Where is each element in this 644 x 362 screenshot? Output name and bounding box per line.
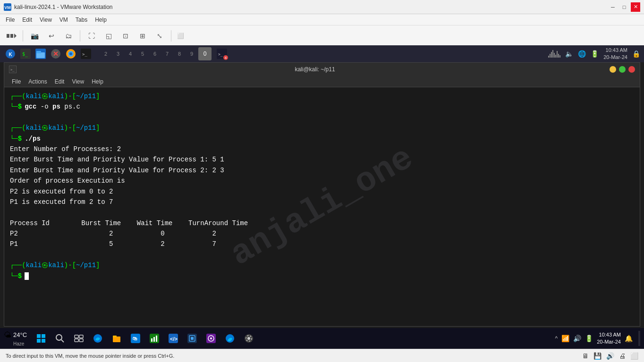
- terminal-menu-actions[interactable]: Actions: [25, 77, 51, 86]
- lock-icon[interactable]: 🔒: [632, 50, 640, 58]
- menu-vm[interactable]: VM: [56, 16, 72, 24]
- weather-condition: Haze: [13, 341, 24, 346]
- svg-rect-3: [10, 34, 13, 38]
- unity-button[interactable]: ◱: [101, 28, 116, 43]
- svg-rect-13: [36, 51, 41, 53]
- blank-3: [10, 250, 634, 260]
- terminal-menu-file[interactable]: File: [8, 77, 25, 86]
- edge2-icon[interactable]: [221, 330, 238, 347]
- clock-time: 10:43 AM: [603, 47, 627, 54]
- workspace-0-active[interactable]: 0: [198, 47, 212, 60]
- revert-button[interactable]: ↩: [44, 28, 59, 43]
- workspace-7[interactable]: 7: [161, 48, 173, 59]
- terminal-minimize-btn[interactable]: [610, 66, 616, 73]
- terminal-menu-help[interactable]: Help: [88, 77, 107, 86]
- menu-tabs[interactable]: Tabs: [72, 16, 91, 24]
- store-icon[interactable]: 🛍: [127, 330, 144, 347]
- status-icons: 🖥 💾 🔊 🖨 ⬜: [582, 352, 638, 360]
- virtualbox-icon[interactable]: [184, 330, 201, 347]
- terminal-window-icon: >_: [9, 66, 17, 73]
- svg-rect-34: [79, 339, 83, 342]
- close-window-button[interactable]: ✕: [631, 2, 640, 12]
- blank-2: [10, 207, 634, 218]
- workspace-numbers: 2 3 4 5 6 7 8 9 0: [100, 47, 212, 60]
- terminal-badge-icon[interactable]: >_ 4: [215, 47, 229, 60]
- preview-corner-icon[interactable]: [638, 331, 640, 346]
- svg-point-54: [247, 337, 250, 340]
- terminal-window-controls: [610, 66, 635, 73]
- menu-view[interactable]: View: [36, 16, 56, 24]
- svg-rect-26: [42, 334, 45, 338]
- kali-logo-icon[interactable]: K: [4, 47, 17, 60]
- settings-icon[interactable]: [240, 330, 257, 347]
- svg-text:VM: VM: [4, 5, 11, 10]
- output-order: Order of process Execution is: [10, 176, 634, 186]
- svg-rect-37: [113, 336, 117, 337]
- output-burst1: Enter Burst Time and Priority Value for …: [10, 154, 634, 165]
- power-button[interactable]: [4, 28, 19, 43]
- snapshot-manager-button[interactable]: 🗂: [61, 28, 76, 43]
- weather-widget[interactable]: 🌤 24°C Haze: [4, 331, 27, 346]
- status-bar: To direct input to this VM, move the mou…: [0, 349, 644, 362]
- vscode-icon[interactable]: </>: [165, 330, 182, 347]
- stretch-button[interactable]: ⤡: [152, 28, 167, 43]
- maximize-button[interactable]: □: [619, 2, 629, 12]
- snap-button[interactable]: 📷: [27, 28, 42, 43]
- workspace-6[interactable]: 6: [149, 48, 161, 59]
- terminal-menu-view[interactable]: View: [68, 77, 88, 86]
- terminal-menu-edit[interactable]: Edit: [51, 77, 68, 86]
- battery-icon[interactable]: 🔋: [591, 50, 599, 58]
- file-manager-icon[interactable]: [34, 47, 47, 60]
- speaker-icon[interactable]: 🔈: [565, 50, 573, 58]
- minimize-button[interactable]: ─: [608, 2, 618, 12]
- svg-text:</>: </>: [170, 336, 178, 342]
- wifi-icon[interactable]: 📶: [561, 335, 569, 342]
- svg-rect-42: [153, 337, 155, 342]
- firefox-icon[interactable]: [64, 47, 77, 60]
- svg-rect-43: [156, 336, 157, 342]
- workspace-3[interactable]: 3: [112, 48, 124, 59]
- remove-icon[interactable]: ✕: [49, 47, 62, 60]
- menu-file[interactable]: File: [2, 16, 18, 24]
- windows-start-button[interactable]: [33, 330, 50, 347]
- terminal-taskbar-icon[interactable]: $_: [19, 47, 32, 60]
- task-view-button[interactable]: [70, 330, 87, 347]
- tray-clock: 10:43 AM 20-Mar-24: [597, 331, 621, 346]
- explorer-icon[interactable]: [108, 330, 125, 347]
- notification-icon[interactable]: 🔔: [625, 335, 633, 342]
- chevron-icon[interactable]: ^: [555, 335, 558, 342]
- prompt-line-3: ┌──(kali㉿kali)-[~/p11]: [10, 260, 634, 270]
- network-icon[interactable]: 🌐: [578, 50, 586, 58]
- fullscreen-button[interactable]: ⛶: [84, 28, 99, 43]
- menu-edit[interactable]: Edit: [18, 16, 36, 24]
- vmware-menubar: File Edit View VM Tabs Help: [0, 14, 644, 25]
- remote-icon[interactable]: [203, 330, 220, 347]
- workspace-2[interactable]: 2: [100, 48, 111, 59]
- svg-text:$_: $_: [22, 51, 28, 57]
- status-expand-icon[interactable]: ⬜: [630, 352, 638, 360]
- display-button[interactable]: ⬜: [175, 28, 186, 43]
- fit-button[interactable]: ⊞: [135, 28, 150, 43]
- toolbar-separator: [23, 30, 23, 42]
- analytics-icon[interactable]: [146, 330, 163, 347]
- search-button[interactable]: [51, 330, 68, 347]
- battery-tray-icon[interactable]: 🔋: [585, 335, 593, 342]
- workspace-5[interactable]: 5: [137, 48, 148, 59]
- menu-help[interactable]: Help: [91, 16, 110, 24]
- system-tray: ^ 📶 🔊 🔋 10:43 AM 20-Mar-24 🔔: [555, 331, 640, 346]
- terminal-menu: File Actions Edit View Help: [4, 76, 640, 87]
- terminal-title: kali@kali: ~/p11: [20, 66, 610, 73]
- output-enter-num: Enter Number of Processes: 2: [10, 144, 634, 154]
- workspace-4[interactable]: 4: [125, 48, 136, 59]
- prompt-line-1: ┌──(kali㉿kali)-[~/p11]: [10, 91, 634, 101]
- autofit-button[interactable]: ⊡: [118, 28, 133, 43]
- edge-icon[interactable]: [89, 330, 106, 347]
- terminal2-icon[interactable]: >_: [79, 47, 93, 60]
- volume-icon[interactable]: 🔊: [573, 335, 581, 342]
- workspace-9[interactable]: 9: [186, 48, 197, 59]
- workspace-8[interactable]: 8: [174, 48, 185, 59]
- terminal-maximize-btn[interactable]: [619, 66, 626, 73]
- windows-taskbar: 🌤 24°C Haze: [0, 328, 644, 349]
- terminal-body[interactable]: anjali_one ┌──(kali㉿kali)-[~/p11] └─$ gc…: [4, 87, 640, 326]
- terminal-close-btn[interactable]: [628, 66, 635, 73]
